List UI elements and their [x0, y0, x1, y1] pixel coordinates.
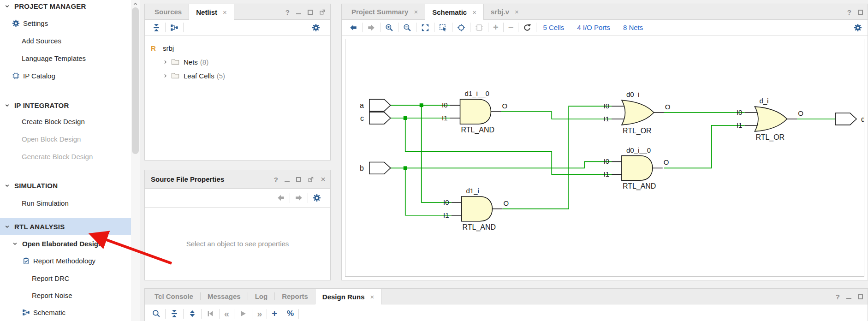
- regenerate-layout-icon[interactable]: [523, 24, 531, 32]
- scroll-up-icon[interactable]: [132, 1, 138, 7]
- close-icon[interactable]: ×: [321, 174, 326, 184]
- gate-d0_i__0[interactable]: d0_i__0I0I1ORTL_AND: [603, 146, 669, 191]
- gear-icon[interactable]: [312, 24, 320, 32]
- gate-cell-label: RTL_AND: [623, 182, 656, 190]
- zoom-out-icon[interactable]: [403, 24, 411, 32]
- tab-log[interactable]: Log: [248, 289, 275, 304]
- gate-d1_i__0[interactable]: d1_i__0I0I1ORTL_AND: [442, 89, 507, 134]
- net-wire[interactable]: [405, 168, 452, 215]
- gear-icon[interactable]: [854, 24, 862, 32]
- gate-cell-label: RTL_AND: [463, 223, 496, 232]
- net-wire[interactable]: [664, 125, 745, 168]
- port-a[interactable]: a: [360, 99, 391, 111]
- schematic-icon[interactable]: [170, 24, 178, 32]
- gate-instance-label: d1_i__0: [465, 89, 489, 97]
- float-icon[interactable]: [308, 176, 314, 183]
- port-label: c: [360, 114, 364, 122]
- tab-project-summary[interactable]: Project Summary ×: [345, 4, 425, 19]
- minimize-icon[interactable]: [846, 294, 851, 299]
- gate-d0_i[interactable]: d0_iI0I1ORTL_OR: [603, 90, 670, 135]
- close-icon[interactable]: ×: [223, 8, 227, 16]
- gear-icon[interactable]: [313, 194, 321, 202]
- search-icon[interactable]: [152, 309, 161, 318]
- port-d[interactable]: d: [835, 113, 864, 125]
- port-b[interactable]: b: [360, 162, 391, 174]
- chevron-right-icon[interactable]: [162, 73, 168, 79]
- expand-all-icon[interactable]: [188, 309, 196, 318]
- scrollbar-thumb[interactable]: [132, 7, 139, 154]
- panel-title: Source File Properties: [145, 175, 224, 183]
- gate-d1_i[interactable]: d1_iI0I1ORTL_AND: [443, 187, 509, 232]
- design-runs-toolbar: « » + %: [145, 304, 868, 321]
- io-ports-count-link[interactable]: 4 I/O Ports: [577, 24, 610, 31]
- close-icon[interactable]: ×: [472, 8, 476, 16]
- help-icon[interactable]: ?: [847, 8, 851, 16]
- cells-count-link[interactable]: 5 Cells: [543, 24, 564, 31]
- percent-icon[interactable]: %: [287, 309, 294, 318]
- add-cell-icon: [475, 24, 483, 32]
- net-wire[interactable]: [502, 106, 612, 209]
- expand-cone-icon: +: [493, 22, 499, 33]
- minimize-icon[interactable]: [285, 177, 290, 182]
- tree-item-leaf-cells[interactable]: Leaf Cells (5): [145, 69, 330, 83]
- source-file-properties-panel: Source File Properties ? × Select an obj…: [144, 170, 331, 280]
- collapse-cone-icon: −: [508, 22, 514, 33]
- tab-netlist[interactable]: Netlist ×: [189, 4, 234, 20]
- tab-reports[interactable]: Reports: [275, 289, 315, 304]
- pin-label-o: O: [798, 109, 803, 117]
- chevron-down-icon: [4, 183, 10, 189]
- port-c[interactable]: c: [360, 112, 391, 124]
- float-icon[interactable]: [319, 9, 326, 15]
- back-arrow-icon[interactable]: [349, 24, 357, 32]
- pin-label-o: O: [664, 158, 669, 166]
- collapse-all-icon[interactable]: [170, 309, 178, 318]
- minimize-icon[interactable]: [296, 10, 301, 14]
- gate-cell-label: RTL_AND: [461, 126, 494, 134]
- schematic-drawing: d1_i__0I0I1ORTL_ANDd0_iI0I1ORTL_ORd_iI0I…: [345, 39, 864, 276]
- console-panel: Tcl Console Messages Log Reports Design …: [144, 288, 868, 321]
- net-wire[interactable]: [391, 161, 612, 168]
- close-icon[interactable]: ×: [414, 8, 418, 16]
- help-icon[interactable]: ?: [285, 8, 290, 16]
- tree-item-nets[interactable]: Nets (8): [145, 55, 330, 69]
- pin-label-i1: I1: [737, 121, 742, 129]
- pin-label-o: O: [502, 102, 507, 110]
- close-icon[interactable]: ×: [370, 293, 375, 301]
- nets-count-link[interactable]: 8 Nets: [623, 24, 643, 31]
- gate-d_i[interactable]: d_iI0I1ORTL_OR: [737, 97, 803, 142]
- create-run-icon[interactable]: +: [272, 309, 277, 319]
- tab-messages[interactable]: Messages: [201, 289, 248, 304]
- close-icon[interactable]: ×: [515, 8, 519, 16]
- maximize-icon[interactable]: [858, 10, 863, 15]
- step-forward-icon: »: [257, 309, 262, 319]
- collapse-all-icon[interactable]: [152, 24, 161, 32]
- maximize-icon[interactable]: [296, 177, 301, 182]
- maximize-icon[interactable]: [858, 294, 863, 299]
- pin-label-i1: I1: [603, 115, 609, 123]
- chevron-right-icon[interactable]: [162, 59, 168, 65]
- tab-tcl-console[interactable]: Tcl Console: [148, 289, 200, 304]
- forward-arrow-icon[interactable]: [367, 24, 375, 32]
- rtl-module-icon: R: [151, 44, 159, 52]
- help-icon[interactable]: ?: [274, 176, 278, 184]
- back-arrow-icon[interactable]: [277, 194, 285, 202]
- chevron-down-icon: [12, 241, 18, 247]
- tab-srbj-v[interactable]: srbj.v ×: [484, 4, 526, 19]
- forward-arrow-icon[interactable]: [295, 194, 303, 202]
- zoom-fit-icon[interactable]: [421, 24, 429, 32]
- tab-design-runs[interactable]: Design Runs ×: [315, 289, 381, 304]
- play-run-icon: [239, 309, 247, 318]
- net-wire[interactable]: [405, 118, 612, 174]
- tab-schematic[interactable]: Schematic ×: [425, 4, 484, 20]
- maximize-icon[interactable]: [308, 10, 313, 15]
- zoom-in-icon[interactable]: [385, 24, 393, 32]
- autofit-selection-icon[interactable]: [457, 24, 465, 32]
- pin-label-i0: I0: [442, 101, 447, 109]
- net-wire[interactable]: [501, 112, 612, 119]
- zoom-to-selection-icon[interactable]: [439, 24, 447, 32]
- tree-root-srbj[interactable]: R srbj: [145, 41, 330, 55]
- help-icon[interactable]: ?: [836, 293, 840, 301]
- sidebar-scrollbar[interactable]: [131, 0, 140, 321]
- schematic-canvas[interactable]: d1_i__0I0I1ORTL_ANDd0_iI0I1ORTL_ORd_iI0I…: [345, 39, 864, 277]
- tab-sources[interactable]: Sources: [148, 4, 189, 19]
